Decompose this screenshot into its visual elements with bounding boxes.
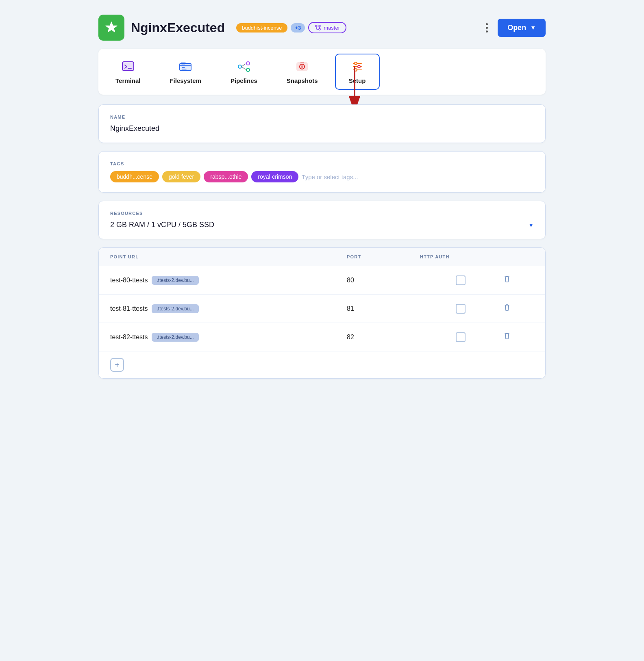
resources-select[interactable]: 2 GB RAM / 1 vCPU / 5GB SSD ▼ — [110, 221, 534, 229]
app-logo — [98, 15, 124, 41]
branch-tag[interactable]: master — [308, 22, 346, 33]
more-dot-1 — [486, 23, 488, 25]
svg-rect-7 — [181, 62, 185, 64]
row-0-delete-button[interactable] — [501, 273, 513, 287]
table-row: test-82-ttests .ttests-2.dev.bu... 82 — [99, 323, 545, 351]
row-0-auth-checkbox[interactable] — [456, 275, 466, 285]
tab-setup-label: Setup — [349, 77, 366, 84]
svg-point-13 — [301, 65, 303, 68]
tab-terminal[interactable]: Terminal — [103, 54, 152, 90]
tab-filesystem-label: Filesystem — [170, 77, 201, 84]
svg-rect-5 — [180, 63, 191, 71]
table-row: test-80-ttests .ttests-2.dev.bu... 80 — [99, 266, 545, 295]
row-1-auth-checkbox[interactable] — [456, 304, 466, 314]
row-1-port: 81 — [347, 305, 420, 312]
row-2-url[interactable]: .ttests-2.dev.bu... — [152, 333, 198, 342]
col-port: PORT — [347, 254, 420, 259]
add-endpoint-button[interactable]: + — [110, 358, 124, 372]
row-0-auth-cell — [420, 275, 501, 285]
row-1-auth-cell — [420, 304, 501, 314]
tabs-bar: Terminal Filesystem Pipelines — [98, 49, 546, 95]
row-2-name: test-82-ttests — [110, 334, 148, 341]
add-row: + — [99, 351, 545, 378]
open-chevron-icon: ▼ — [530, 24, 536, 31]
tab-pipelines[interactable]: Pipelines — [218, 54, 270, 90]
name-card: NAME NginxExecuted — [98, 104, 546, 143]
resources-label: RESOURCES — [110, 211, 534, 216]
more-dot-2 — [486, 27, 488, 29]
header: NginxExecuted buddhist-incense +3 master — [98, 8, 546, 49]
open-label: Open — [507, 24, 526, 32]
tags-card: TAGS buddh...cense gold-fever rabsp...ot… — [98, 151, 546, 193]
primary-tag[interactable]: buddhist-incense — [236, 23, 287, 33]
tags-label: TAGS — [110, 161, 534, 166]
svg-point-15 — [355, 62, 357, 65]
resources-value: 2 GB RAM / 1 vCPU / 5GB SSD — [110, 221, 214, 229]
header-tags: buddhist-incense +3 master — [236, 22, 346, 33]
content-area: NAME NginxExecuted TAGS buddh...cense go… — [98, 104, 546, 379]
svg-point-10 — [246, 68, 250, 72]
row-1-name: test-81-ttests — [110, 305, 148, 312]
col-actions — [501, 254, 534, 259]
tags-container: buddh...cense gold-fever rabsp...othie r… — [110, 171, 534, 182]
row-0-url[interactable]: .ttests-2.dev.bu... — [152, 276, 198, 285]
row-1-delete-cell — [501, 302, 534, 315]
resources-chevron-icon: ▼ — [528, 222, 534, 228]
app-title: NginxExecuted — [131, 20, 225, 35]
svg-point-16 — [358, 65, 360, 68]
svg-point-2 — [319, 25, 320, 27]
tab-terminal-label: Terminal — [115, 77, 140, 84]
row-2-auth-cell — [420, 332, 501, 342]
svg-point-9 — [246, 62, 250, 65]
row-0-port: 80 — [347, 277, 420, 284]
tab-snapshots[interactable]: Snapshots — [274, 54, 330, 90]
tab-filesystem[interactable]: Filesystem — [157, 54, 213, 90]
name-value[interactable]: NginxExecuted — [110, 124, 534, 133]
tab-snapshots-label: Snapshots — [287, 77, 318, 84]
col-point-url: POINT URL — [110, 254, 347, 259]
row-2-name-cell: test-82-ttests .ttests-2.dev.bu... — [110, 333, 347, 342]
add-icon: + — [115, 360, 120, 370]
tag-1[interactable]: gold-fever — [162, 171, 200, 182]
open-button[interactable]: Open ▼ — [498, 19, 546, 37]
svg-rect-3 — [122, 62, 134, 71]
tag-0[interactable]: buddh...cense — [110, 171, 159, 182]
table-header: POINT URL PORT HTTP AUTH — [99, 248, 545, 266]
resources-card: RESOURCES 2 GB RAM / 1 vCPU / 5GB SSD ▼ — [98, 201, 546, 239]
tag-count[interactable]: +3 — [291, 23, 305, 33]
page-wrapper: NginxExecuted buddhist-incense +3 master — [98, 8, 546, 379]
row-2-port: 82 — [347, 334, 420, 341]
endpoints-table: POINT URL PORT HTTP AUTH test-80-ttests … — [98, 247, 546, 379]
tags-input-placeholder[interactable]: Type or select tags... — [302, 173, 358, 180]
tag-3[interactable]: royal-crimson — [251, 171, 298, 182]
svg-point-1 — [319, 28, 320, 30]
svg-point-0 — [315, 25, 317, 27]
row-2-delete-cell — [501, 330, 534, 344]
name-label: NAME — [110, 115, 534, 119]
svg-point-8 — [238, 65, 242, 68]
col-http-auth: HTTP AUTH — [420, 254, 501, 259]
row-0-name-cell: test-80-ttests .ttests-2.dev.bu... — [110, 276, 347, 285]
svg-rect-14 — [300, 62, 304, 63]
row-1-name-cell: test-81-ttests .ttests-2.dev.bu... — [110, 304, 347, 313]
svg-point-17 — [355, 69, 357, 71]
row-0-name: test-80-ttests — [110, 277, 148, 284]
row-2-auth-checkbox[interactable] — [456, 332, 466, 342]
row-1-url[interactable]: .ttests-2.dev.bu... — [152, 304, 198, 313]
row-1-delete-button[interactable] — [501, 302, 513, 315]
tag-2[interactable]: rabsp...othie — [204, 171, 248, 182]
more-dot-3 — [486, 30, 488, 33]
more-button[interactable] — [483, 20, 491, 36]
branch-label: master — [324, 25, 340, 31]
tab-pipelines-label: Pipelines — [231, 77, 257, 84]
tab-setup[interactable]: Setup — [335, 54, 380, 90]
table-row: test-81-ttests .ttests-2.dev.bu... 81 — [99, 295, 545, 323]
row-0-delete-cell — [501, 273, 534, 287]
row-2-delete-button[interactable] — [501, 330, 513, 344]
